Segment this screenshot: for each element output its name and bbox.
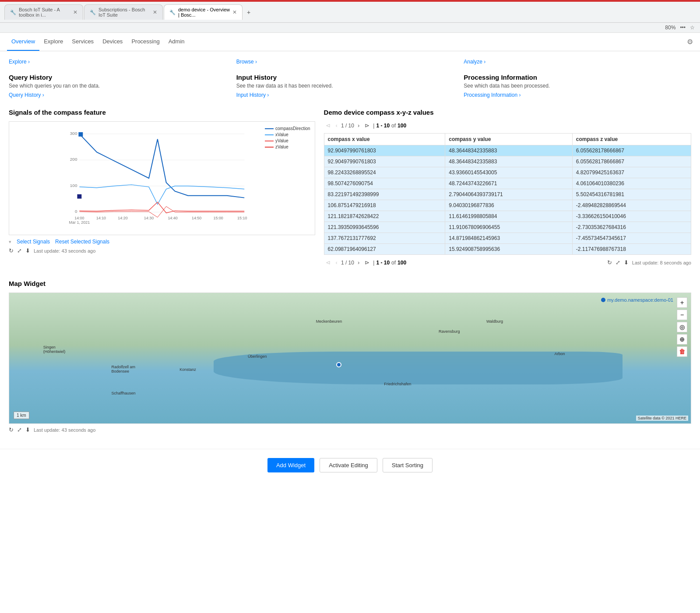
- table-range-label: |: [373, 123, 374, 129]
- refresh-icon[interactable]: ↻: [9, 247, 14, 254]
- cell-x-9: 62.09871964096127: [324, 244, 445, 255]
- table-footer: ⊲ ‹ 1 / 10 › ⊳ | 1 - 10 of 100 ↻ ⤢ ⬇ Las…: [324, 258, 691, 267]
- of-label-2: of: [391, 260, 396, 266]
- col-compass-y: compass y value: [445, 134, 573, 145]
- map-widget-section: Map Widget Singen(Höhentwiel) Ravensburg…: [9, 280, 691, 433]
- next-page-btn-bottom[interactable]: ›: [356, 258, 361, 267]
- select-signals-button[interactable]: Select Signals: [17, 239, 50, 245]
- activate-editing-button[interactable]: Activate Editing: [320, 458, 377, 472]
- processing-info-link[interactable]: Processing Information ›: [464, 92, 521, 98]
- new-tab-button[interactable]: +: [243, 7, 254, 18]
- table-refresh-icon[interactable]: ↻: [607, 259, 612, 266]
- cell-x-0: 92.90497990761803: [324, 145, 445, 156]
- query-history-link[interactable]: Query History ›: [9, 92, 44, 98]
- info-row: Query History See which queries you ran …: [9, 74, 691, 98]
- cell-y-9: 15.924908758995636: [445, 244, 573, 255]
- cell-z-8: -7.455734547345617: [572, 233, 691, 244]
- prev-page-btn-bottom[interactable]: ‹: [334, 258, 339, 267]
- map-refresh-icon[interactable]: ↻: [9, 426, 14, 433]
- cell-y-4: 2.79044064393739171: [445, 189, 573, 200]
- svg-text:15:10: 15:10: [237, 216, 247, 220]
- table-column: Demo device compass x-y-z values ⊲ ‹ 1 /…: [324, 109, 691, 267]
- page-content: Explore › Browse › Analyze › Query Histo…: [0, 51, 700, 449]
- breadcrumb-analyze-link[interactable]: Analyze ›: [464, 59, 485, 65]
- tab-2-close[interactable]: ✕: [153, 9, 157, 15]
- last-page-btn-top[interactable]: ⊳: [363, 121, 371, 130]
- cell-y-6: 11.61461998805884: [445, 211, 573, 222]
- map-delete[interactable]: 🗑: [677, 346, 687, 357]
- map-location[interactable]: ⊕: [677, 334, 687, 345]
- download-icon[interactable]: ⬇: [25, 247, 30, 254]
- table-row: 92.9049799076180348.364483423358836.0556…: [324, 145, 691, 156]
- zoom-level: 80%: [665, 25, 675, 31]
- cell-z-5: -2.489482828869544: [572, 200, 691, 211]
- start-sorting-button[interactable]: Start Sorting: [383, 458, 433, 472]
- map-zoom-in[interactable]: +: [677, 297, 687, 308]
- more-options[interactable]: •••: [680, 25, 686, 31]
- cell-y-1: 48.36448342335883: [445, 156, 573, 167]
- tab-1-close[interactable]: ✕: [73, 9, 77, 15]
- nav-processing[interactable]: Processing: [127, 33, 164, 51]
- cell-x-4: 83.221971492398999: [324, 189, 445, 200]
- map-section-title: Map Widget: [9, 280, 691, 287]
- next-page-btn-top[interactable]: ›: [356, 121, 361, 130]
- reset-signals-button[interactable]: Reset Selected Signals: [55, 239, 109, 245]
- settings-icon[interactable]: ⚙: [687, 38, 693, 46]
- input-history-link[interactable]: Input History ›: [236, 92, 269, 98]
- svg-text:14:10: 14:10: [96, 216, 106, 220]
- page-current-top: 1 / 10: [341, 123, 354, 129]
- tab-2-favicon: 🔧: [90, 10, 96, 15]
- table-download-icon[interactable]: ⬇: [624, 259, 629, 266]
- svg-text:14:40: 14:40: [168, 216, 177, 220]
- breadcrumb-row: Explore › Browse › Analyze ›: [9, 58, 691, 65]
- cell-x-7: 121.39350993645596: [324, 222, 445, 233]
- nav-explore[interactable]: Explore: [39, 33, 67, 51]
- cell-z-3: 4.061064010380236: [572, 178, 691, 189]
- first-page-btn-bottom[interactable]: ⊲: [324, 258, 332, 267]
- first-page-btn[interactable]: ⊲: [324, 121, 332, 130]
- cell-x-1: 92.90497990761803: [324, 156, 445, 167]
- add-widget-button[interactable]: Add Widget: [267, 458, 314, 472]
- page-current-bottom: 1 / 10: [341, 260, 354, 266]
- cell-z-1: 6.055628178666867: [572, 156, 691, 167]
- svg-text:300: 300: [70, 131, 77, 136]
- breadcrumb-browse-link[interactable]: Browse ›: [236, 59, 257, 65]
- pagination-top: ⊲ ‹ 1 / 10 › ⊳ | 1 - 10 of 100: [324, 121, 407, 130]
- prev-page-btn[interactable]: ‹: [334, 121, 339, 130]
- tab-3-close[interactable]: ✕: [232, 9, 237, 15]
- nav-services[interactable]: Services: [67, 33, 98, 51]
- table-row: 121.3935099364559611.910678096906455-2.7…: [324, 222, 691, 233]
- svg-rect-18: [77, 194, 81, 199]
- legend-label-z: zValue: [275, 144, 288, 149]
- map-recenter[interactable]: ◎: [677, 322, 687, 332]
- table-row: 98.2243326889552443.936601455430054.8207…: [324, 167, 691, 178]
- browser-address-bar: 80% ••• ☆: [0, 23, 700, 33]
- map-expand-icon[interactable]: ⤢: [17, 426, 22, 433]
- query-history-title: Query History: [9, 74, 236, 81]
- nav-devices[interactable]: Devices: [98, 33, 127, 51]
- nav-overview[interactable]: Overview: [7, 33, 39, 51]
- tab-3[interactable]: 🔧 demo device - Overview | Bosc... ✕: [164, 4, 243, 20]
- of-label: of: [391, 123, 396, 129]
- table-expand-icon[interactable]: ⤢: [616, 259, 620, 266]
- last-page-btn-bottom[interactable]: ⊳: [363, 258, 371, 267]
- breadcrumb-analyze: Analyze ›: [464, 58, 691, 65]
- tab-2[interactable]: 🔧 Subscriptions - Bosch IoT Suite ✕: [84, 4, 163, 20]
- breadcrumb-explore-link[interactable]: Explore ›: [9, 59, 30, 65]
- expand-icon[interactable]: ⤢: [17, 247, 22, 254]
- map-zoom-out[interactable]: −: [677, 310, 687, 320]
- map-water: [214, 352, 623, 384]
- nav-admin[interactable]: Admin: [164, 33, 189, 51]
- legend-dot-z: [265, 147, 274, 148]
- svg-text:0: 0: [75, 209, 77, 214]
- cell-z-7: -2.730353627684316: [572, 222, 691, 233]
- tab-1[interactable]: 🔧 Bosch IoT Suite - A toolbox in i... ✕: [4, 4, 83, 20]
- map-legend: my.demo.namespace:demo-01: [601, 297, 673, 303]
- bookmark-icon[interactable]: ☆: [690, 25, 695, 31]
- tab-bar: 🔧 Bosch IoT Suite - A toolbox in i... ✕ …: [4, 4, 254, 20]
- table-body: 92.9049799076180348.364483423358836.0556…: [324, 145, 691, 255]
- processing-info-section: Processing Information See which data ha…: [464, 74, 691, 98]
- browser-chrome: 🔧 Bosch IoT Suite - A toolbox in i... ✕ …: [0, 2, 700, 23]
- map-download-icon[interactable]: ⬇: [25, 426, 30, 433]
- table-range-display: 1 - 10: [376, 123, 390, 129]
